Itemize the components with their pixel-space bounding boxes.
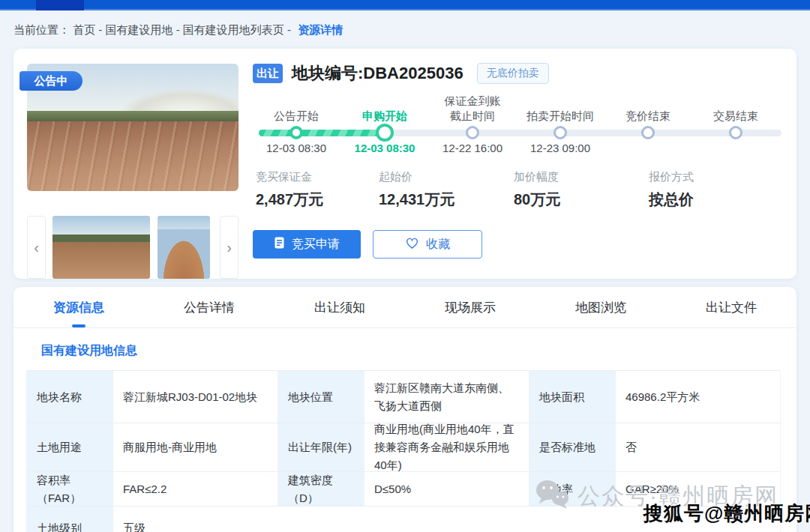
table-label: 土地用途	[27, 423, 113, 472]
tab-transfer-files[interactable]: 出让文件	[666, 287, 796, 327]
auction-timeline: 公告开始 12-03 08:30 申购开始 12-03 08:30 保证金到账截…	[253, 94, 782, 161]
table-label: 地块名称	[27, 371, 113, 423]
timeline-stage: 保证金到账截止时间 12-22 16:00	[424, 94, 521, 161]
status-badge: 公告中	[20, 71, 82, 91]
table-label: 地块位置	[278, 371, 364, 423]
topbar-active-segment	[36, 0, 84, 10]
photo-gallery: 公告中 ‹ ›	[27, 64, 238, 265]
table-label: 土地级别	[27, 507, 113, 532]
page-title: 地块编号:DBA2025036	[292, 62, 464, 85]
table-value: 否	[616, 423, 781, 472]
table-label: 地块面积	[530, 371, 616, 423]
thumbnail-1[interactable]	[52, 216, 150, 279]
timeline-stage: 竞价结束	[599, 94, 697, 161]
breadcrumb: 当前位置： 首页 - 国有建设用地 - 国有建设用地列表页 - 资源详情	[14, 23, 343, 37]
title-row: 出让 地块编号:DBA2025036 无底价拍卖	[253, 62, 549, 85]
timeline-node	[290, 126, 303, 139]
timeline-node	[554, 126, 567, 139]
chevron-right-icon: ›	[226, 239, 232, 256]
carousel-next-button[interactable]: ›	[220, 216, 238, 279]
table-label: 出让年限(年)	[278, 423, 364, 472]
table-value: 蓉江新城RJ03-D01-02地块	[113, 371, 278, 423]
table-label: 建筑密度（D）	[278, 472, 364, 507]
chevron-left-icon: ‹	[34, 239, 39, 256]
document-icon	[274, 237, 285, 252]
sohu-watermark: 搜狐号@赣州晒房网	[644, 501, 810, 527]
active-tab-underline	[72, 324, 86, 327]
tab-map-view[interactable]: 地图浏览	[536, 287, 666, 327]
timeline-stage: 拍卖开始时间 12-23 09:00	[512, 94, 609, 161]
timeline-node	[376, 124, 394, 142]
thumbnail-2[interactable]	[158, 216, 210, 279]
tab-resource-info[interactable]: 资源信息	[14, 287, 144, 327]
main-photo[interactable]: 公告中	[27, 64, 238, 191]
table-value: FAR≤2.2	[113, 472, 278, 507]
tab-bar: 资源信息 公告详情 出让须知 现场展示 地图浏览 出让文件	[14, 287, 796, 328]
carousel-prev-button[interactable]: ‹	[27, 216, 46, 279]
quote-method: 报价方式 按总价	[649, 170, 694, 210]
heart-icon	[405, 237, 419, 253]
table-value: 商服用地-商业用地	[113, 423, 278, 472]
table-label: 是否标准地	[530, 423, 616, 472]
timeline-node	[641, 126, 655, 139]
bid-apply-button[interactable]: 竞买申请	[253, 230, 361, 259]
price-summary: 竞买保证金 2,487万元 起始价 12,431万元 加价幅度 80万元 报价方…	[253, 170, 782, 212]
favorite-button[interactable]: 收藏	[373, 230, 482, 259]
start-price: 起始价 12,431万元	[379, 170, 454, 210]
table-value: 蓉江新区赣南大道东南侧、飞扬大道西侧	[364, 371, 530, 423]
timeline-stage: 公告开始 12-03 08:30	[248, 94, 345, 161]
table-label: 容积率（FAR）	[27, 472, 113, 507]
table-value: 46986.2平方米	[616, 371, 781, 423]
no-reserve-tag: 无底价拍卖	[477, 63, 549, 84]
timeline-node	[466, 126, 479, 139]
topbar	[0, 0, 810, 10]
section-title: 国有建设用地信息	[41, 343, 796, 359]
type-badge: 出让	[253, 64, 283, 83]
timeline-stage: 交易结束	[687, 94, 784, 161]
timeline-stage: 申购开始 12-03 08:30	[336, 94, 434, 161]
tab-site-display[interactable]: 现场展示	[405, 287, 536, 327]
breadcrumb-prefix: 当前位置：	[14, 23, 70, 36]
deposit: 竞买保证金 2,487万元	[256, 170, 323, 210]
breadcrumb-current: 资源详情	[298, 23, 343, 36]
table-value: D≤50%	[364, 472, 530, 507]
timeline-node	[729, 126, 742, 139]
table-value: 商业用地(商业用地40年，直接兼容商务金融和娱乐用地40年)	[364, 423, 530, 472]
wechat-icon	[534, 478, 570, 515]
listing-info: 出让 地块编号:DBA2025036 无底价拍卖 公告开始 12-03 08:3…	[253, 49, 782, 279]
bid-increment: 加价幅度 80万元	[514, 170, 560, 210]
tab-announcement[interactable]: 公告详情	[144, 287, 274, 327]
breadcrumb-path[interactable]: 首页 - 国有建设用地 - 国有建设用地列表页 -	[73, 23, 291, 36]
tab-transfer-notice[interactable]: 出让须知	[274, 287, 405, 327]
listing-card: 公告中 ‹ › 出让 地块编号:DBA2025036 无底价拍卖	[14, 49, 796, 279]
thumbnail-carousel: ‹ ›	[27, 216, 238, 279]
